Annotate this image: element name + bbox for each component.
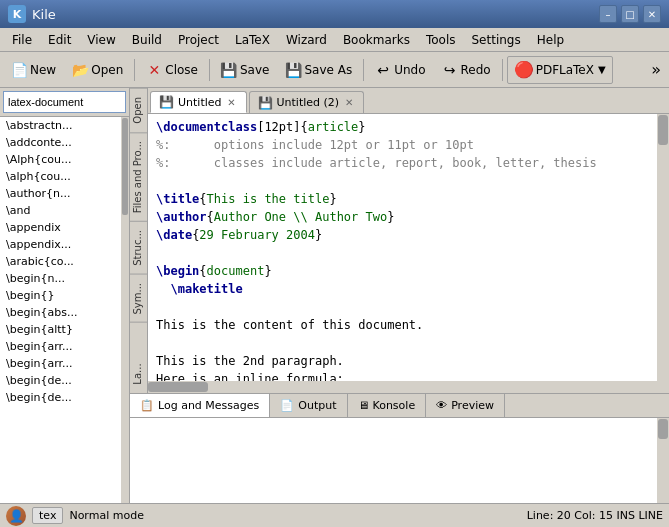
- log-scrollbar-thumb: [658, 419, 668, 439]
- list-item[interactable]: \begin{abs...: [0, 304, 129, 321]
- scrollbar-thumb-h: [148, 382, 208, 392]
- list-item[interactable]: \Alph{cou...: [0, 151, 129, 168]
- menu-settings[interactable]: Settings: [464, 29, 529, 51]
- separator-1: [134, 59, 135, 81]
- pdflatex-arrow-icon: ▼: [598, 64, 606, 75]
- new-button[interactable]: 📄 New: [4, 56, 63, 84]
- list-item[interactable]: \begin{}: [0, 287, 129, 304]
- status-left: 👤 tex Normal mode: [6, 506, 144, 526]
- close-button[interactable]: ✕ Close: [139, 56, 205, 84]
- menu-build[interactable]: Build: [124, 29, 170, 51]
- log-tab-preview[interactable]: 👁 Preview: [426, 394, 505, 417]
- doc-tab-2-label: Untitled (2): [277, 96, 340, 109]
- list-item[interactable]: \appendix...: [0, 236, 129, 253]
- doc-tabs: 💾 Untitled ✕ 💾 Untitled (2) ✕: [148, 88, 669, 114]
- menu-edit[interactable]: Edit: [40, 29, 79, 51]
- vertical-scrollbar[interactable]: [657, 114, 669, 393]
- horizontal-scrollbar[interactable]: [148, 381, 657, 393]
- pdflatex-icon: 🔴: [514, 60, 534, 79]
- search-input[interactable]: [3, 91, 126, 113]
- list-item[interactable]: \begin{arr...: [0, 338, 129, 355]
- redo-icon: ↪: [442, 62, 458, 78]
- save-button[interactable]: 💾 Save: [214, 56, 276, 84]
- log-tab-konsole[interactable]: 🖥 Konsole: [348, 394, 427, 417]
- menu-tools[interactable]: Tools: [418, 29, 464, 51]
- log-panel: 📋 Log and Messages 📄 Output 🖥 Konsole 👁 …: [130, 393, 669, 503]
- log-tab-output[interactable]: 📄 Output: [270, 394, 347, 417]
- doc-tab-1-label: Untitled: [178, 96, 222, 109]
- editor-container: Open Files and Pro... Struc... Sym... La…: [130, 88, 669, 393]
- maximize-button[interactable]: □: [621, 5, 639, 23]
- log-scrollbar[interactable]: [657, 418, 669, 503]
- new-icon: 📄: [11, 62, 27, 78]
- editor-area[interactable]: \documentclass[12pt]{article} %: options…: [148, 114, 669, 393]
- separator-2: [209, 59, 210, 81]
- log-messages-label: Log and Messages: [158, 399, 259, 412]
- saveas-button[interactable]: 💾 Save As: [278, 56, 359, 84]
- doc-tab-1[interactable]: 💾 Untitled ✕: [150, 91, 247, 113]
- side-tab-sym[interactable]: Sym...: [130, 274, 147, 323]
- log-tab-messages[interactable]: 📋 Log and Messages: [130, 394, 270, 417]
- log-konsole-label: Konsole: [373, 399, 416, 412]
- separator-4: [502, 59, 503, 81]
- toolbar: 📄 New 📂 Open ✕ Close 💾 Save 💾 Save As ↩ …: [0, 52, 669, 88]
- pdflatex-dropdown[interactable]: 🔴 PDFLaTeX ▼: [507, 56, 613, 84]
- list-item[interactable]: \begin{altt}: [0, 321, 129, 338]
- save-icon: 💾: [159, 95, 174, 109]
- search-area: [0, 88, 129, 117]
- menu-latex[interactable]: LaTeX: [227, 29, 278, 51]
- minimize-button[interactable]: –: [599, 5, 617, 23]
- log-output-label: Output: [298, 399, 336, 412]
- mode-label: Normal mode: [69, 509, 144, 522]
- menu-wizard[interactable]: Wizard: [278, 29, 335, 51]
- open-icon: 📂: [72, 62, 88, 78]
- list-item[interactable]: \abstractn...: [0, 117, 129, 134]
- menu-bookmarks[interactable]: Bookmarks: [335, 29, 418, 51]
- status-right: Line: 20 Col: 15 INS LINE: [527, 509, 663, 522]
- list-item[interactable]: \addconte...: [0, 134, 129, 151]
- window-title: Kile: [32, 7, 56, 22]
- line-col-info: Line: 20 Col: 15 INS LINE: [527, 509, 663, 522]
- close-button[interactable]: ✕: [643, 5, 661, 23]
- tex-label: tex: [32, 507, 63, 524]
- side-tab-open[interactable]: Open: [130, 88, 147, 132]
- log-content: [130, 418, 669, 503]
- side-tabs: Open Files and Pro... Struc... Sym... La…: [130, 88, 148, 393]
- log-output-icon: 📄: [280, 399, 294, 412]
- side-tab-files[interactable]: Files and Pro...: [130, 132, 147, 221]
- list-item[interactable]: \and: [0, 202, 129, 219]
- right-area: Open Files and Pro... Struc... Sym... La…: [130, 88, 669, 503]
- toolbar-expand-button[interactable]: »: [647, 60, 665, 79]
- list-item[interactable]: \begin{arr...: [0, 355, 129, 372]
- menu-help[interactable]: Help: [529, 29, 572, 51]
- avatar: 👤: [6, 506, 26, 526]
- menu-file[interactable]: File: [4, 29, 40, 51]
- left-panel: \abstractn... \addconte... \Alph{cou... …: [0, 88, 130, 503]
- log-preview-icon: 👁: [436, 399, 447, 412]
- list-item[interactable]: \author{n...: [0, 185, 129, 202]
- doc-tab-2-close[interactable]: ✕: [343, 97, 355, 109]
- doc-tab-1-close[interactable]: ✕: [226, 96, 238, 108]
- log-preview-label: Preview: [451, 399, 494, 412]
- side-tab-la[interactable]: La...: [130, 322, 147, 393]
- list-item[interactable]: \begin{n...: [0, 270, 129, 287]
- redo-button[interactable]: ↪ Redo: [435, 56, 498, 84]
- open-button[interactable]: 📂 Open: [65, 56, 130, 84]
- menu-bar: File Edit View Build Project LaTeX Wizar…: [0, 28, 669, 52]
- list-item[interactable]: \begin{de...: [0, 372, 129, 389]
- menu-view[interactable]: View: [79, 29, 123, 51]
- editor-content: \documentclass[12pt]{article} %: options…: [148, 114, 669, 393]
- undo-icon: ↩: [375, 62, 391, 78]
- log-konsole-icon: 🖥: [358, 399, 369, 412]
- save-icon-2: 💾: [258, 96, 273, 110]
- list-item[interactable]: \begin{de...: [0, 389, 129, 406]
- doc-tab-2[interactable]: 💾 Untitled (2) ✕: [249, 91, 365, 113]
- main-content: \abstractn... \addconte... \Alph{cou... …: [0, 88, 669, 503]
- list-item[interactable]: \appendix: [0, 219, 129, 236]
- side-tab-struc[interactable]: Struc...: [130, 221, 147, 274]
- list-item[interactable]: \arabic{co...: [0, 253, 129, 270]
- symbol-list: \abstractn... \addconte... \Alph{cou... …: [0, 117, 129, 503]
- menu-project[interactable]: Project: [170, 29, 227, 51]
- undo-button[interactable]: ↩ Undo: [368, 56, 432, 84]
- list-item[interactable]: \alph{cou...: [0, 168, 129, 185]
